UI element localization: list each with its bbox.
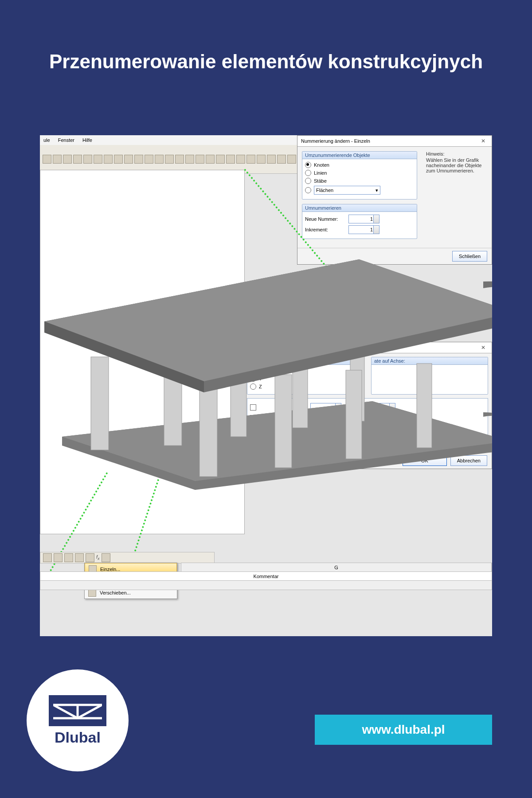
toolbar-icon[interactable] — [83, 155, 92, 164]
toolbar-icon[interactable] — [236, 155, 245, 164]
radio-z[interactable] — [250, 383, 256, 390]
num-input[interactable]: 1 — [364, 414, 395, 422]
num-input[interactable]: 1 — [310, 424, 341, 433]
toolbar-icon[interactable] — [86, 553, 94, 562]
group-axis-1: uf Achse: X Y Z — [247, 357, 364, 395]
close-button[interactable]: Schließen — [452, 251, 487, 262]
toolbar-icon[interactable] — [175, 155, 184, 164]
group-title: Umzunummerierende Objekte — [302, 152, 417, 159]
toolbar-icon[interactable] — [53, 155, 62, 164]
toolbar-icon[interactable] — [257, 155, 266, 164]
num-input[interactable]: 1 — [364, 403, 395, 412]
checkbox-label: Flächen — [259, 426, 308, 431]
drawing-canvas[interactable] — [40, 170, 245, 534]
toolbar-icon[interactable] — [277, 155, 286, 164]
dialog-title: Nummerierung ändern - Einzeln — [301, 138, 370, 144]
url-banner: www.dlubal.pl — [315, 715, 492, 745]
toolbar-icon[interactable] — [64, 553, 73, 562]
input-new-number[interactable]: 1 — [348, 215, 379, 223]
toolbar-icon[interactable] — [124, 155, 133, 164]
toolbar-icon[interactable] — [226, 155, 235, 164]
select-flaechen[interactable]: Flächen▾ — [314, 186, 380, 195]
toolbar-icon[interactable] — [54, 553, 63, 562]
grid-row — [40, 580, 492, 590]
radio-label: Stäbe — [314, 178, 327, 184]
toolbar-icon[interactable] — [63, 155, 72, 164]
radio-label: Y — [259, 376, 262, 381]
toolbar-icon[interactable] — [165, 155, 174, 164]
toolbar-icon[interactable] — [216, 155, 225, 164]
checkbox[interactable] — [250, 404, 256, 411]
grid-row: Kommentar — [40, 571, 492, 581]
grid-column: G — [181, 563, 492, 572]
num-input[interactable]: 1 — [310, 435, 341, 444]
input-increment[interactable]: 1 — [348, 225, 379, 234]
toolbar-icon[interactable] — [145, 155, 153, 164]
toolbar-icon[interactable] — [185, 155, 194, 164]
hint-label: Hinweis: — [426, 151, 487, 156]
radio-knoten[interactable] — [305, 162, 311, 168]
toolbar-icon[interactable] — [196, 155, 204, 164]
radio-label: X — [259, 368, 262, 373]
toolbar-icon[interactable] — [155, 155, 164, 164]
toolbar-icon[interactable] — [104, 155, 113, 164]
radio-x[interactable] — [250, 368, 256, 374]
close-icon[interactable]: ✕ — [478, 137, 488, 145]
close-icon[interactable]: ✕ — [478, 344, 488, 352]
label-new-number: Neue Nummer: — [305, 216, 345, 222]
brand-name: Dlubal — [55, 729, 101, 746]
checkbox[interactable] — [250, 415, 256, 421]
toolbar-icon[interactable] — [134, 155, 143, 164]
group-objects: Umzunummerierende Objekte Knoten Linien … — [302, 151, 417, 200]
hint-text: Wählen Sie in der Grafik nacheinander di… — [426, 157, 487, 173]
radio-label: Knoten — [314, 162, 329, 168]
group-title: uf Achse: — [247, 357, 364, 365]
group-renumber: Umnummerieren Neue Nummer:1 Inkrement:1 — [302, 204, 417, 239]
help-icon[interactable]: ? — [248, 455, 257, 464]
toolbar-icon[interactable] — [287, 155, 296, 164]
toolbar-icon[interactable] — [43, 155, 51, 164]
toolbar-icon[interactable] — [43, 553, 52, 562]
toolbar-icon[interactable] — [102, 553, 110, 562]
radio-linien[interactable] — [305, 170, 311, 176]
toolbar-icon[interactable] — [246, 155, 255, 164]
dialog-renumber-auto: ✕ uf Achse: X Y Z ate auf Achse: 11 11 F… — [243, 342, 492, 469]
radio-staebe[interactable] — [305, 178, 311, 184]
num-input[interactable]: 1 — [310, 414, 341, 422]
cancel-button[interactable]: Abbrechen — [450, 455, 487, 466]
radio-label: Z — [259, 384, 262, 389]
brand-logo: Dlubal — [27, 669, 129, 771]
menu-item[interactable]: ule — [43, 137, 50, 143]
group-axis-2: ate auf Achse: — [371, 357, 488, 395]
toolbar-icon[interactable] — [75, 553, 84, 562]
group-title: ate auf Achse: — [372, 357, 488, 365]
grid-header: G — [181, 563, 492, 572]
num-input[interactable]: 1 — [364, 435, 395, 444]
toolbar-icon[interactable] — [94, 155, 102, 164]
menu-item[interactable]: Hilfe — [82, 137, 92, 143]
radio-flaechen[interactable] — [305, 187, 311, 193]
radio-label: Linien — [314, 170, 327, 176]
toolbar-icon[interactable] — [206, 155, 215, 164]
page-title: Przenumerowanie elementów konstrukcyjnyc… — [0, 49, 532, 74]
dialog-renumber-single: Nummerierung ändern - Einzeln ✕ Umzunumm… — [297, 135, 492, 265]
checkbox-label: Volumenkörper — [259, 437, 308, 442]
num-input[interactable]: 1 — [310, 403, 341, 412]
group-title: Umnummerieren — [302, 204, 417, 212]
toolbar-icon[interactable] — [73, 155, 82, 164]
logo-icon — [49, 695, 106, 726]
toolbar-icon[interactable] — [267, 155, 276, 164]
status-toolbar: fx — [40, 552, 215, 563]
checkbox-flaechen[interactable] — [250, 426, 256, 432]
app-screenshot: ule Fenster Hilfe Nummerierung ändern - … — [40, 135, 492, 636]
menu-item[interactable]: Fenster — [58, 137, 74, 143]
label-increment: Inkrement: — [305, 227, 345, 232]
ok-button[interactable]: OK — [403, 455, 447, 466]
checkbox-volumen[interactable] — [250, 436, 256, 442]
radio-y[interactable] — [250, 376, 256, 382]
num-input[interactable]: 1 — [364, 424, 395, 433]
toolbar-icon[interactable] — [114, 155, 123, 164]
chevron-down-icon: ▾ — [376, 188, 378, 193]
